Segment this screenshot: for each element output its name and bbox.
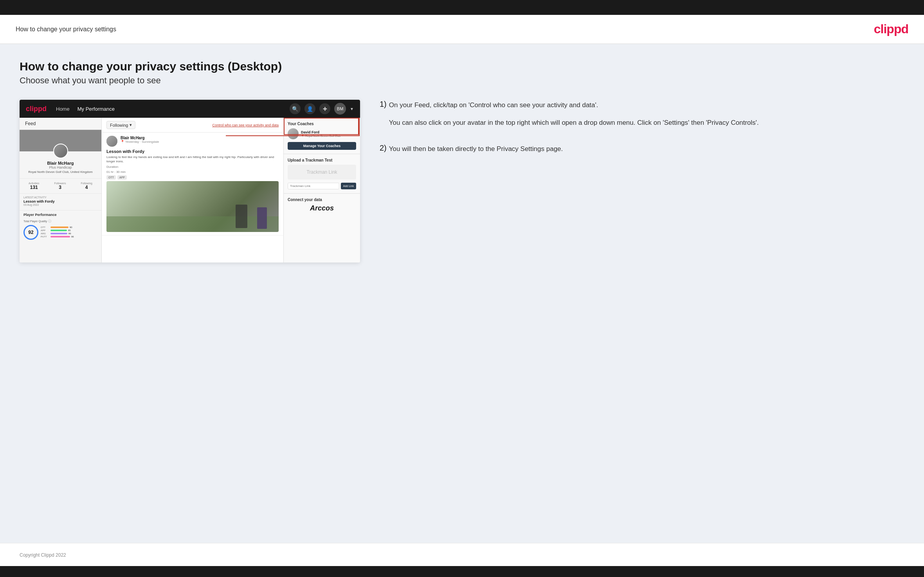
- coach-item: David Ford 📍 Royal North Devon Golf Club: [288, 128, 356, 139]
- latest-activity-date: 03 Aug 2022: [23, 203, 97, 206]
- dropdown-chevron-icon: ▼: [350, 107, 354, 111]
- stat-following-value: 4: [81, 185, 92, 190]
- nav-link-home[interactable]: Home: [56, 106, 70, 112]
- tag-app: APP: [117, 175, 127, 180]
- main-content: How to change your privacy settings (Des…: [0, 44, 924, 543]
- connect-title: Connect your data: [288, 198, 356, 202]
- stat-activities: Activities 131: [29, 182, 40, 190]
- bottom-decorative-bar: [0, 566, 924, 577]
- arccos-logo: Arccos: [288, 204, 356, 212]
- trackman-placeholder: Trackman Link: [288, 165, 356, 180]
- profile-name: Blair McHarg: [23, 161, 98, 165]
- profile-club: Royal North Devon Golf Club, United King…: [23, 170, 98, 174]
- trackman-input-row: Add Link: [288, 183, 356, 189]
- instruction-2: 2) You will then be taken directly to th…: [380, 144, 901, 156]
- profile-stats: Activities 131 Followers 3 Following 4: [20, 178, 101, 194]
- app-feed: Following ▾ Control who can see your act…: [102, 118, 284, 262]
- nav-avatar[interactable]: BM: [334, 103, 346, 115]
- quality-bars: OTT 90 APP 85 ARG: [41, 226, 97, 239]
- post-title: Lesson with Fordy: [106, 149, 279, 154]
- trackman-link-input[interactable]: [288, 183, 339, 189]
- grass-decoration: [106, 216, 279, 232]
- content-layout: clippd Home My Performance 🔍 👤 ✚ BM ▼ Fe…: [20, 100, 904, 262]
- post-image: [106, 181, 279, 232]
- latest-activity-label: Latest Activity: [23, 196, 97, 199]
- plus-icon[interactable]: ✚: [319, 103, 330, 114]
- profile-avatar-container: [53, 144, 68, 158]
- post-author-info: Blair McHarg 📍 Yesterday · Sunningdale: [121, 136, 159, 144]
- profile-header-bg: [20, 130, 101, 151]
- post-duration-value: 01 hr : 30 min: [106, 170, 279, 174]
- latest-activity: Latest Activity Lesson with Fordy 03 Aug…: [20, 194, 101, 209]
- top-decorative-bar: [0, 0, 924, 15]
- profile-handicap: Plus Handicap: [23, 165, 98, 169]
- app-nav-logo: clippd: [26, 105, 47, 113]
- search-icon[interactable]: 🔍: [290, 103, 301, 114]
- stat-followers: Followers 3: [54, 182, 66, 190]
- feed-header: Following ▾ Control who can see your act…: [102, 118, 283, 133]
- app-bar: [50, 230, 67, 231]
- golfer-figure-1: [236, 205, 247, 228]
- bar-arg: ARG 86: [41, 232, 97, 235]
- stat-followers-value: 3: [54, 185, 66, 190]
- post-tags: OTT APP: [106, 175, 279, 180]
- site-footer: Copyright Clippd 2022: [0, 543, 924, 566]
- player-performance-title: Player Performance: [23, 213, 97, 217]
- golfer-figure-2: [257, 207, 267, 229]
- app-screenshot: clippd Home My Performance 🔍 👤 ✚ BM ▼ Fe…: [20, 100, 360, 262]
- app-sidebar: Feed Blair McHarg Plus Handicap Royal No…: [20, 118, 102, 262]
- app-nav-links: Home My Performance: [56, 106, 290, 112]
- connect-section: Connect your data Arccos: [284, 194, 360, 216]
- footer-copyright: Copyright Clippd 2022: [20, 552, 66, 558]
- coach-info: David Ford 📍 Royal North Devon Golf Club: [301, 130, 340, 137]
- post-author-name: Blair McHarg: [121, 136, 159, 140]
- manage-coaches-button[interactable]: Manage Your Coaches: [288, 142, 356, 150]
- post-avatar: [106, 136, 117, 147]
- stat-following-label: Following: [81, 182, 92, 185]
- post-header: Blair McHarg 📍 Yesterday · Sunningdale: [106, 136, 279, 147]
- app-body: Feed Blair McHarg Plus Handicap Royal No…: [20, 118, 360, 262]
- post-duration: Duration: [106, 165, 279, 169]
- post-avatar-image: [106, 136, 117, 147]
- latest-activity-name: Lesson with Fordy: [23, 200, 97, 203]
- total-quality-label: Total Player Quality ⓘ: [23, 219, 97, 223]
- instruction-1-primary: On your Feed, click/tap on 'Control who …: [389, 100, 759, 110]
- quality-circle: 92: [23, 225, 38, 240]
- instruction-1-secondary: You can also click on your avatar in the…: [389, 117, 759, 128]
- annotation-horizontal-line: [226, 135, 359, 136]
- coach-name: David Ford: [301, 130, 340, 134]
- following-button[interactable]: Following ▾: [106, 121, 135, 129]
- trackman-title: Upload a Trackman Test: [288, 158, 356, 162]
- stat-followers-label: Followers: [54, 182, 66, 185]
- site-header: How to change your privacy settings clip…: [0, 15, 924, 44]
- avatar-image: [54, 144, 67, 158]
- instruction-2-primary: You will then be taken directly to the P…: [389, 144, 563, 154]
- putt-bar: [50, 236, 70, 237]
- page-title: How to change your privacy settings (Des…: [20, 60, 904, 73]
- user-icon[interactable]: 👤: [304, 103, 315, 114]
- player-performance: Player Performance Total Player Quality …: [20, 210, 101, 242]
- page-breadcrumb: How to change your privacy settings: [16, 26, 116, 33]
- arg-bar: [50, 233, 67, 234]
- instructions-panel: 1) On your Feed, click/tap on 'Control w…: [376, 100, 904, 171]
- trackman-section: Upload a Trackman Test Trackman Link Add…: [284, 154, 360, 194]
- stat-activities-value: 131: [29, 185, 40, 190]
- nav-link-my-performance[interactable]: My Performance: [77, 106, 115, 112]
- instruction-1-number: 1): [380, 100, 387, 109]
- feed-tab[interactable]: Feed: [20, 118, 101, 130]
- profile-avatar: [53, 144, 68, 158]
- app-right-panel: Your Coaches David Ford 📍 Royal North De…: [284, 118, 360, 262]
- profile-info: Blair McHarg Plus Handicap Royal North D…: [20, 161, 101, 177]
- post-description: Looking to feel like my hands are exitin…: [106, 155, 279, 164]
- bar-putt: PUTT 96: [41, 235, 97, 238]
- quality-row: 92 OTT 90 APP: [23, 225, 97, 240]
- bar-ott: OTT 90: [41, 226, 97, 228]
- annotation-vertical-line: [359, 118, 360, 136]
- privacy-link[interactable]: Control who can see your activity and da…: [212, 123, 279, 127]
- add-link-button[interactable]: Add Link: [341, 183, 356, 189]
- post-author-location: 📍 Yesterday · Sunningdale: [121, 140, 159, 144]
- app-nav: clippd Home My Performance 🔍 👤 ✚ BM ▼: [20, 100, 360, 118]
- stat-activities-label: Activities: [29, 182, 40, 185]
- quality-info-icon: ⓘ: [48, 219, 51, 223]
- stat-following: Following 4: [81, 182, 92, 190]
